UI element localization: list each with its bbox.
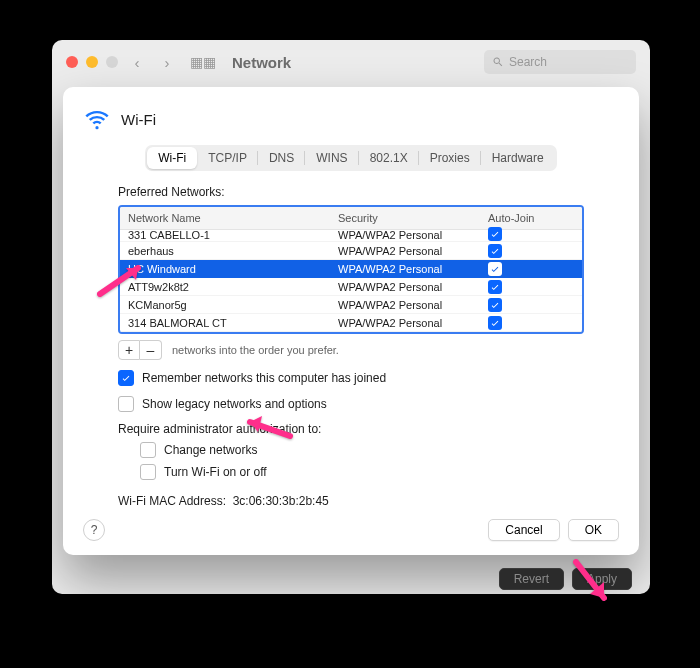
remove-network-button[interactable]: –: [140, 340, 162, 360]
tab-proxies[interactable]: Proxies: [419, 147, 481, 169]
turn-wifi-label: Turn Wi-Fi on or off: [164, 465, 267, 479]
col-security: Security: [338, 212, 488, 224]
ok-button[interactable]: OK: [568, 519, 619, 541]
zoom-dot[interactable]: [106, 56, 118, 68]
network-security: WPA/WPA2 Personal: [338, 263, 488, 275]
auto-join-checkbox[interactable]: [488, 316, 502, 330]
table-row[interactable]: ATT9w2k8t2WPA/WPA2 Personal: [120, 278, 582, 296]
table-row[interactable]: HC WindwardWPA/WPA2 Personal: [120, 260, 582, 278]
auto-join-cell: [488, 227, 574, 241]
forward-button[interactable]: ›: [156, 51, 178, 73]
network-name: ATT9w2k8t2: [128, 281, 338, 293]
table-row[interactable]: eberhausWPA/WPA2 Personal: [120, 242, 582, 260]
network-name: eberhaus: [128, 245, 338, 257]
help-button[interactable]: ?: [83, 519, 105, 541]
col-network-name: Network Name: [128, 212, 338, 224]
sheet-title: Wi-Fi: [121, 111, 156, 128]
change-networks-checkbox[interactable]: [140, 442, 156, 458]
remember-label: Remember networks this computer has join…: [142, 371, 386, 385]
grid-icon[interactable]: ▦▦: [190, 54, 216, 70]
wifi-advanced-sheet: Wi-Fi Wi-FiTCP/IPDNSWINS802.1XProxiesHar…: [63, 87, 639, 555]
network-name: KCManor5g: [128, 299, 338, 311]
preferred-networks-label: Preferred Networks:: [118, 185, 584, 199]
minimize-dot[interactable]: [86, 56, 98, 68]
tab-8021x[interactable]: 802.1X: [359, 147, 419, 169]
auto-join-checkbox[interactable]: [488, 244, 502, 258]
table-row[interactable]: 314 BALMORAL CTWPA/WPA2 Personal: [120, 314, 582, 332]
network-security: WPA/WPA2 Personal: [338, 281, 488, 293]
network-security: WPA/WPA2 Personal: [338, 229, 488, 241]
window-title: Network: [232, 54, 291, 71]
tab-dns[interactable]: DNS: [258, 147, 305, 169]
close-dot[interactable]: [66, 56, 78, 68]
back-button[interactable]: ‹: [126, 51, 148, 73]
search-placeholder: Search: [509, 55, 547, 69]
search-icon: [492, 56, 504, 68]
col-auto-join: Auto-Join: [488, 212, 574, 224]
tab-bar: Wi-FiTCP/IPDNSWINS802.1XProxiesHardware: [63, 145, 639, 171]
network-name: HC Windward: [128, 263, 338, 275]
network-security: WPA/WPA2 Personal: [338, 245, 488, 257]
traffic-lights: [66, 56, 118, 68]
require-admin-label: Require administrator authorization to:: [118, 422, 584, 436]
turn-wifi-checkbox[interactable]: [140, 464, 156, 480]
wifi-icon: [83, 105, 111, 133]
network-security: WPA/WPA2 Personal: [338, 317, 488, 329]
window-footer-buttons: Revert Apply: [499, 568, 632, 590]
auto-join-cell: [488, 298, 574, 312]
legacy-label: Show legacy networks and options: [142, 397, 327, 411]
tab-hardware[interactable]: Hardware: [481, 147, 555, 169]
auto-join-checkbox[interactable]: [488, 227, 502, 241]
auto-join-cell: [488, 244, 574, 258]
remember-checkbox[interactable]: [118, 370, 134, 386]
tab-tcpip[interactable]: TCP/IP: [197, 147, 258, 169]
network-name: 331 CABELLO-1: [128, 229, 338, 241]
auto-join-checkbox[interactable]: [488, 280, 502, 294]
legacy-checkbox[interactable]: [118, 396, 134, 412]
cancel-button[interactable]: Cancel: [488, 519, 559, 541]
table-row[interactable]: 331 CABELLO-1WPA/WPA2 Personal: [120, 230, 582, 242]
auto-join-cell: [488, 262, 574, 276]
mac-address-label: Wi-Fi MAC Address:: [118, 494, 226, 508]
table-row[interactable]: KCManor5gWPA/WPA2 Personal: [120, 296, 582, 314]
apply-button[interactable]: Apply: [572, 568, 632, 590]
auto-join-cell: [488, 280, 574, 294]
preferred-networks-table[interactable]: Network Name Security Auto-Join 331 CABE…: [118, 205, 584, 334]
tab-wins[interactable]: WINS: [305, 147, 358, 169]
auto-join-checkbox[interactable]: [488, 262, 502, 276]
auto-join-checkbox[interactable]: [488, 298, 502, 312]
mac-address-value: 3c:06:30:3b:2b:45: [233, 494, 329, 508]
change-networks-label: Change networks: [164, 443, 257, 457]
tab-wifi[interactable]: Wi-Fi: [147, 147, 197, 169]
network-name: 314 BALMORAL CT: [128, 317, 338, 329]
network-security: WPA/WPA2 Personal: [338, 299, 488, 311]
add-network-button[interactable]: +: [118, 340, 140, 360]
titlebar: ‹ › ▦▦ Network Search: [52, 40, 650, 84]
auto-join-cell: [488, 316, 574, 330]
search-field[interactable]: Search: [484, 50, 636, 74]
drag-hint: networks into the order you prefer.: [172, 344, 339, 356]
revert-button[interactable]: Revert: [499, 568, 564, 590]
